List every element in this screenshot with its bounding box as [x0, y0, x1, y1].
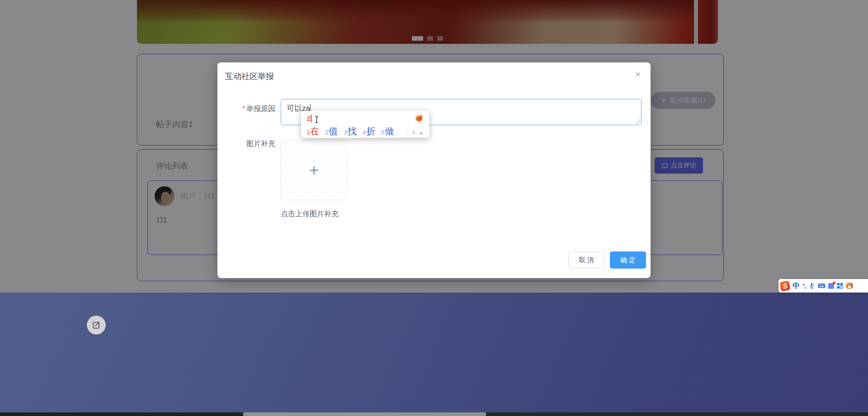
screen: 帖子内容1 ★ 取消收藏(1) 评论列表 点击评论 用户：111 [0, 0, 868, 416]
image-label: 图片补充 [217, 139, 275, 149]
candidate-num: 1 [307, 129, 310, 136]
plus-icon: + [309, 162, 319, 179]
ime-candidate-2[interactable]: 2 值 [325, 125, 338, 137]
required-mark: * [242, 105, 245, 113]
assistant-icon[interactable]: ✦ [846, 283, 853, 289]
ime-pager: ‹ › ⌄ [406, 128, 424, 136]
confirm-button[interactable]: 确 定 [610, 251, 646, 269]
candidate-char: 找 [348, 125, 357, 137]
keyboard-icon[interactable] [818, 283, 826, 289]
image-upload-button[interactable]: + [281, 140, 347, 200]
skin-icon[interactable] [828, 283, 834, 289]
assistant-spark: ✦ [851, 281, 854, 285]
ime-candidate-window: z 1 在 2 值 3 找 [301, 111, 429, 138]
sogou-logo-icon[interactable] [414, 113, 424, 123]
candidate-char: 做 [385, 125, 394, 137]
candidate-num: 2 [325, 129, 328, 136]
close-icon[interactable]: × [632, 68, 644, 80]
punctuation-mode-icon[interactable]: °, [802, 283, 806, 289]
sogou-logo-spark [421, 114, 424, 116]
candidate-char: 值 [329, 125, 338, 137]
notification-dot [833, 282, 835, 284]
report-dialog: 互动社区举报 × *举报原因 可以za 图片补充 + 点击上传图片补充 取 消 … [217, 62, 651, 278]
sogou-s-logo-icon[interactable]: S [779, 280, 790, 291]
candidate-char: 在 [310, 125, 319, 137]
page-footer [0, 293, 868, 412]
ime-candidate-3[interactable]: 3 找 [344, 125, 356, 137]
ime-candidate-1[interactable]: 1 在 [307, 125, 319, 137]
edit-icon [92, 321, 101, 330]
candidate-num: 4 [363, 129, 366, 136]
dialog-title: 互动社区举报 [225, 71, 274, 82]
candidate-num: 5 [381, 129, 384, 136]
ime-candidate-4[interactable]: 4 折 [363, 125, 375, 137]
ime-caret [311, 115, 311, 122]
ime-expand-icon[interactable]: ⌄ [418, 128, 424, 136]
candidate-num: 3 [344, 129, 347, 136]
resize-handle[interactable] [636, 119, 640, 124]
assistant-muzzle [848, 286, 851, 288]
upload-hint: 点击上传图片补充 [281, 209, 339, 219]
mic-icon[interactable] [808, 282, 815, 289]
sogou-toolbar: S 中 °, [778, 279, 868, 293]
ime-prev-page-icon[interactable]: ‹ [406, 128, 409, 136]
ibeam-cursor-icon [314, 115, 319, 124]
reason-label-text: 举报原因 [246, 105, 275, 113]
ime-mode-indicator[interactable]: 中 [793, 281, 800, 291]
ime-composition: z [307, 114, 310, 123]
candidate-char: 折 [366, 125, 375, 137]
taskbar-edge [0, 412, 868, 416]
ime-next-page-icon[interactable]: › [412, 128, 415, 136]
toolbox-icon[interactable] [837, 283, 843, 289]
reason-label: *举报原因 [217, 104, 275, 114]
cancel-button[interactable]: 取 消 [568, 251, 604, 269]
compose-post-button[interactable] [87, 316, 106, 335]
ime-candidate-5[interactable]: 5 做 [381, 125, 394, 137]
